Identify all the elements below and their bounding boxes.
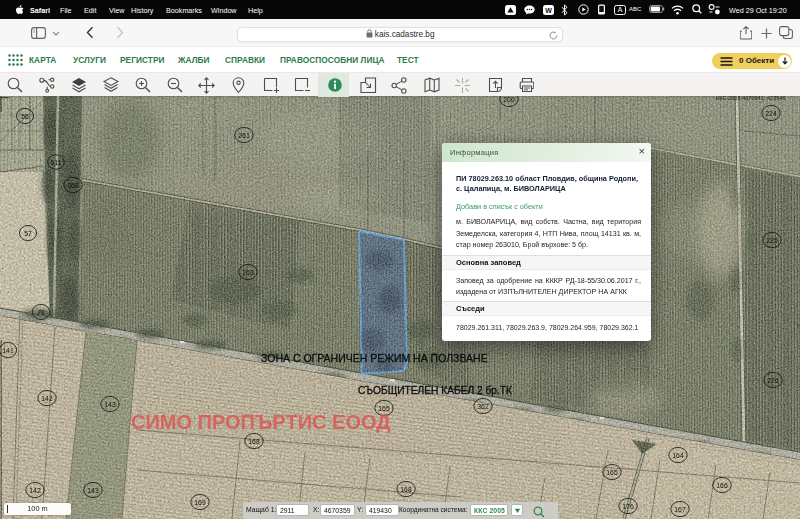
svg-text:261: 261: [238, 132, 250, 139]
svg-text:A: A: [618, 6, 623, 13]
svg-text:СЪОБЩИТЕЛЕН КАБЕЛ 2 бр.ТК: СЪОБЩИТЕЛЕН КАБЕЛ 2 бр.ТК: [358, 385, 512, 396]
svg-text:56: 56: [21, 113, 29, 120]
svg-text:225: 225: [766, 237, 778, 244]
svg-text:168: 168: [248, 438, 260, 445]
svg-text:362: 362: [477, 403, 489, 410]
svg-text:164: 164: [672, 452, 684, 459]
svg-text:224: 224: [765, 110, 777, 117]
svg-text:143: 143: [104, 401, 116, 408]
svg-text:167: 167: [674, 506, 686, 513]
svg-text:176: 176: [622, 503, 634, 510]
svg-text:263: 263: [242, 269, 254, 276]
svg-text:168: 168: [400, 486, 412, 493]
svg-text:368: 368: [67, 182, 79, 189]
svg-text:226: 226: [767, 377, 779, 384]
svg-text:142: 142: [41, 395, 53, 402]
svg-text:141: 141: [2, 347, 14, 354]
svg-text:200: 200: [503, 96, 515, 103]
svg-text:511: 511: [51, 159, 62, 166]
svg-text:143: 143: [87, 487, 99, 494]
svg-text:165: 165: [606, 469, 618, 476]
svg-text:78: 78: [37, 309, 45, 316]
svg-text:166: 166: [716, 482, 728, 489]
svg-text:СИМО ПРОПЪРТИС ЕООД: СИМО ПРОПЪРТИС ЕООД: [131, 411, 390, 433]
svg-text:ККС 2005 4670641, 423546: ККС 2005 4670641, 423546: [716, 96, 786, 101]
svg-text:169: 169: [194, 499, 206, 506]
svg-text:W: W: [545, 6, 552, 13]
svg-text:57: 57: [24, 230, 32, 237]
svg-text:142: 142: [29, 487, 41, 494]
svg-text:ЗОНА С ОГРАНИЧЕН РЕЖИМ НА ПОЛЗ: ЗОНА С ОГРАНИЧЕН РЕЖИМ НА ПОЛЗВАНЕ: [261, 352, 488, 364]
